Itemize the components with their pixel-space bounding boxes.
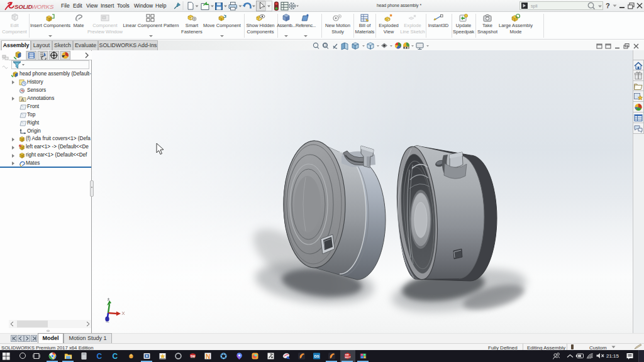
svg-text:2017: 2017 [345,356,351,359]
svg-text:N: N [206,353,210,360]
svg-text:C: C [96,352,102,360]
svg-text:SW: SW [191,355,196,358]
svg-text:SOLID: SOLID [14,3,33,10]
svg-text:C: C [112,352,118,360]
svg-text:WORKS: WORKS [31,3,54,10]
svg-text:A: A [21,97,24,101]
svg-text:DS: DS [314,354,319,358]
